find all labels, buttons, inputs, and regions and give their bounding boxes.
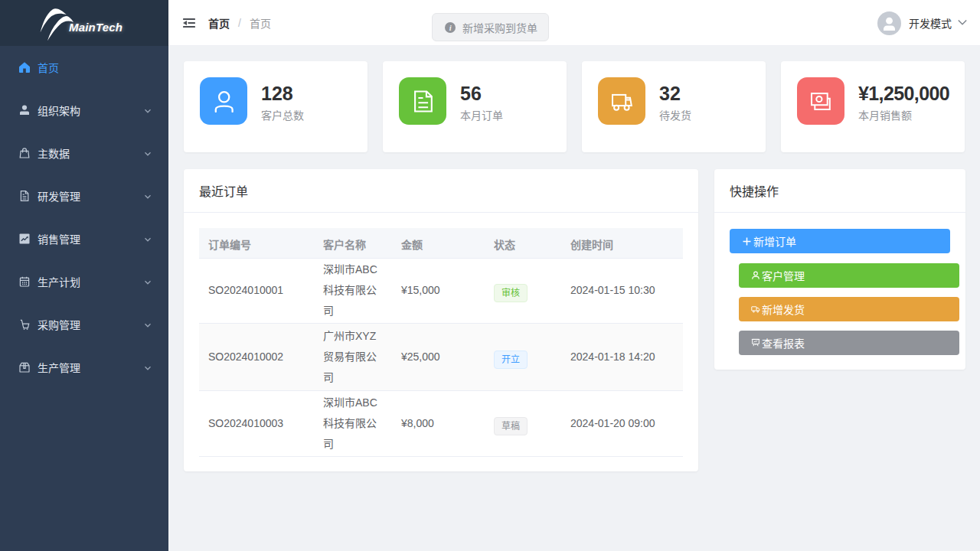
- svg-text:i: i: [449, 23, 452, 31]
